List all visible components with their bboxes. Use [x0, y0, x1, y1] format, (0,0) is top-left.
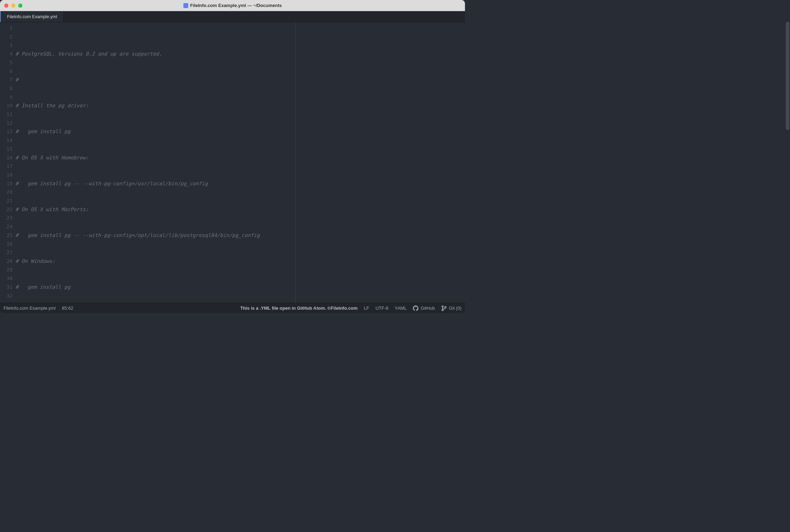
code-line: # gem install pg -- --with-pg-config=/us…	[15, 181, 208, 186]
code-line: # On Windows:	[15, 258, 55, 264]
status-encoding[interactable]: UTF-8	[375, 305, 388, 311]
line-number[interactable]: 3	[1, 41, 13, 50]
code-content[interactable]: # PostgreSQL. Versions 8.2 and up are su…	[15, 22, 465, 303]
line-number[interactable]: 31	[1, 283, 13, 292]
svg-point-0	[442, 306, 443, 307]
code-line: #	[15, 77, 19, 82]
github-icon	[413, 305, 418, 311]
code-line: # gem install pg	[15, 129, 70, 134]
tab-label: FileInfo.com Example.yml	[7, 14, 57, 19]
status-file-path[interactable]: FileInfo.com Example.yml	[3, 305, 56, 311]
line-number[interactable]: 21	[1, 196, 13, 205]
status-cursor-position[interactable]: 85:62	[62, 305, 73, 311]
code-line: # gem install pg	[15, 284, 70, 290]
line-number[interactable]: 5	[1, 58, 13, 67]
line-number[interactable]: 23	[1, 214, 13, 222]
line-number[interactable]: 2	[1, 33, 13, 41]
line-number[interactable]: 25	[1, 231, 13, 240]
status-github[interactable]: GitHub	[413, 305, 435, 311]
code-line: # On OS X with MacPorts:	[15, 207, 89, 212]
status-line-ending[interactable]: LF	[364, 305, 369, 311]
line-number[interactable]: 16	[1, 153, 13, 162]
line-number[interactable]: 26	[1, 240, 13, 249]
window-title-text: FileInfo.com Example.yml — ~/Documents	[190, 3, 282, 8]
line-number[interactable]: 11	[1, 110, 13, 119]
line-number[interactable]: 12	[1, 119, 13, 128]
code-line: # Install the pg driver:	[15, 103, 89, 108]
line-number[interactable]: 30	[1, 274, 13, 283]
line-number[interactable]: 19	[1, 179, 13, 188]
svg-point-1	[442, 309, 443, 311]
line-number[interactable]: 13	[1, 127, 13, 136]
status-message: This is a .YML file open in GitHub Atom.…	[240, 305, 358, 311]
line-number[interactable]: 8	[1, 84, 13, 93]
title-bar[interactable]: FileInfo.com Example.yml — ~/Documents	[0, 0, 465, 11]
line-number[interactable]: 6	[1, 67, 13, 76]
line-number[interactable]: 15	[1, 145, 13, 153]
line-number[interactable]: 4	[1, 50, 13, 58]
gutter[interactable]: 1 2 3 4 5 6 7 8 9 10 11 12 13 14 15 16 1…	[0, 22, 15, 303]
line-number[interactable]: 27	[1, 248, 13, 257]
line-number[interactable]: 24	[1, 222, 13, 231]
status-git[interactable]: Git (0)	[441, 305, 461, 311]
window-title: FileInfo.com Example.yml — ~/Documents	[183, 3, 282, 8]
status-grammar[interactable]: YAML	[395, 305, 407, 311]
line-number[interactable]: 9	[1, 93, 13, 102]
git-branch-icon	[441, 305, 447, 311]
code-line: # gem install pg -- --with-pg-config=/op…	[15, 232, 260, 238]
line-number[interactable]: 29	[1, 266, 13, 274]
close-window-button[interactable]	[4, 3, 8, 8]
line-number[interactable]: 18	[1, 171, 13, 179]
line-number[interactable]: 1	[1, 24, 13, 33]
editor[interactable]: 1 2 3 4 5 6 7 8 9 10 11 12 13 14 15 16 1…	[0, 22, 465, 303]
traffic-lights	[4, 3, 22, 8]
tab-bar[interactable]: FileInfo.com Example.yml	[0, 11, 465, 22]
line-number[interactable]: 20	[1, 188, 13, 196]
file-tab[interactable]: FileInfo.com Example.yml	[0, 11, 64, 22]
line-number[interactable]: 32	[1, 292, 13, 300]
svg-point-2	[445, 307, 446, 308]
line-number[interactable]: 10	[1, 101, 13, 110]
wrap-guide	[295, 22, 296, 303]
line-number[interactable]: 28	[1, 257, 13, 266]
line-number[interactable]: 7	[1, 76, 13, 84]
line-number[interactable]: 17	[1, 162, 13, 171]
minimize-window-button[interactable]	[11, 3, 15, 8]
status-bar: FileInfo.com Example.yml 85:62 This is a…	[0, 303, 465, 313]
line-number[interactable]: 22	[1, 205, 13, 214]
code-line: # PostgreSQL. Versions 8.2 and up are su…	[15, 51, 162, 57]
maximize-window-button[interactable]	[18, 3, 22, 8]
file-type-icon	[183, 3, 188, 8]
code-line: # On OS X with Homebrew:	[15, 155, 89, 160]
line-number[interactable]: 14	[1, 136, 13, 145]
